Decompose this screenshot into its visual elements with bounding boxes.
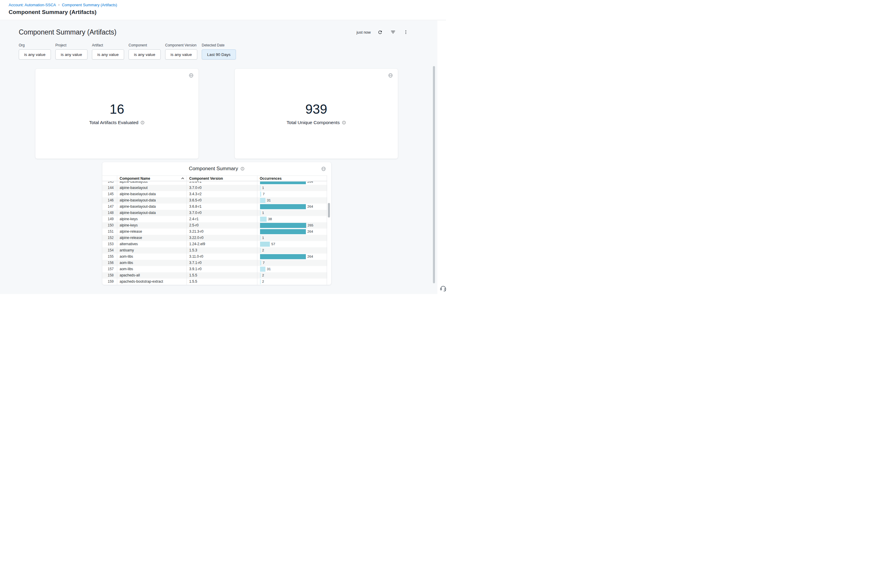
component-name-cell: apacheds-bootstrap-extract — [117, 279, 187, 285]
table-header: Component Name Component Version Occurre… — [102, 176, 327, 181]
occurrence-value: 2 — [262, 279, 264, 285]
row-index: 150 — [102, 222, 117, 228]
row-index: 145 — [102, 191, 117, 197]
tile-total-artifacts-evaluated: 16 Total Artifacts Evaluated — [35, 69, 198, 159]
page: Account: Automation-SSCA › Component Sum… — [0, 0, 446, 294]
occurrence-bar — [260, 223, 306, 228]
page-title: Component Summary (Artifacts) — [9, 9, 446, 15]
filter-label: Component — [129, 43, 161, 47]
occurrence-value: 264 — [307, 254, 313, 260]
table-row[interactable]: 145alpine-baselayout-data3.4.3-r27 — [102, 191, 327, 197]
occurrence-value: 1 — [262, 210, 264, 216]
occurrence-bar — [260, 182, 306, 184]
occurrences-cell: 264 — [257, 204, 327, 210]
breadcrumb-account-link[interactable]: Account: Automation-SSCA — [9, 3, 56, 7]
component-version-cell: 1.5.5 — [187, 279, 257, 285]
occurrence-value: 2 — [262, 247, 264, 254]
refresh-icon — [378, 30, 382, 35]
table-scrollbar-thumb[interactable] — [328, 203, 330, 218]
component-name-cell: alpine-baselayout-data — [117, 197, 187, 204]
tile-label-row: Total Artifacts Evaluated — [89, 120, 145, 125]
filter-value-button-project[interactable]: is any value — [55, 50, 87, 60]
dashboard-title: Component Summary (Artifacts) — [19, 28, 116, 36]
table-row[interactable]: 144alpine-baselayout3.7.0-r01 — [102, 185, 327, 191]
table-row[interactable]: 148alpine-baselayout-data3.7.0-r01 — [102, 210, 327, 216]
occurrence-value: 31 — [267, 266, 271, 272]
table-row[interactable]: 152alpine-release3.22.0-r01 — [102, 235, 327, 241]
table-row[interactable]: 157aom-libs3.9.1-r031 — [102, 266, 327, 272]
table-row[interactable]: 143alpine-baselayout3.6.8-r1264 — [102, 182, 327, 185]
occurrence-bar — [260, 217, 267, 222]
table-title: Component Summary — [189, 166, 238, 172]
filter-group-project: Projectis any value — [55, 43, 87, 60]
occurrence-value: 57 — [271, 241, 275, 247]
table-row[interactable]: 155aom-libs3.11.0-r0264 — [102, 254, 327, 260]
headset-help-icon[interactable] — [439, 285, 446, 293]
tile-globe-button[interactable] — [387, 72, 394, 79]
breadcrumb-page-link[interactable]: Component Summary (Artifacts) — [62, 3, 117, 7]
table-row[interactable]: 154antisamy1.5.32 — [102, 247, 327, 254]
table-row[interactable]: 151alpine-release3.21.3-r0264 — [102, 228, 327, 235]
tile-label: Total Unique Components — [286, 120, 339, 125]
component-name-cell: alpine-keys — [117, 216, 187, 222]
info-icon[interactable] — [141, 120, 145, 124]
info-icon[interactable] — [240, 166, 244, 171]
component-version-cell: 3.22.0-r0 — [187, 235, 257, 241]
component-version-cell: 2.5-r0 — [187, 222, 257, 228]
table-row[interactable]: 159apacheds-bootstrap-extract1.5.52 — [102, 279, 327, 285]
table-row[interactable]: 147alpine-baselayout-data3.6.8-r1264 — [102, 204, 327, 210]
table-row[interactable]: 150alpine-keys2.5-r0265 — [102, 222, 327, 228]
info-icon[interactable] — [342, 120, 346, 124]
filter-value-button-org[interactable]: is any value — [19, 50, 51, 60]
column-header-component-version[interactable]: Component Version — [187, 176, 257, 181]
component-name-cell: aom-libs — [117, 254, 187, 260]
filter-label: Artifact — [92, 43, 124, 47]
column-header-component-name[interactable]: Component Name — [117, 176, 187, 181]
filter-value-button-detected-date[interactable]: Last 90 Days — [202, 50, 236, 60]
table-row[interactable]: 158apacheds-all1.5.52 — [102, 272, 327, 279]
filter-group-artifact: Artifactis any value — [92, 43, 124, 60]
breadcrumb: Account: Automation-SSCA › Component Sum… — [9, 3, 446, 7]
column-header-label: Occurrences — [260, 176, 282, 181]
filter-value-button-artifact[interactable]: is any value — [92, 50, 124, 60]
row-index: 143 — [102, 182, 117, 185]
occurrence-value: 2 — [262, 272, 264, 279]
filter-toggle-button[interactable] — [390, 28, 397, 36]
right-gutter — [437, 21, 446, 294]
table-row[interactable]: 149alpine-keys2.4-r138 — [102, 216, 327, 222]
page-scrollbar-thumb[interactable] — [433, 66, 435, 283]
component-name-cell: aom-libs — [117, 260, 187, 266]
row-index: 153 — [102, 241, 117, 247]
component-version-cell: 2.4-r1 — [187, 216, 257, 222]
occurrences-cell: 31 — [257, 266, 327, 272]
occurrence-value: 264 — [307, 182, 313, 185]
occurrence-bar — [260, 273, 261, 278]
tile-globe-button[interactable] — [188, 72, 195, 79]
occurrence-value: 7 — [263, 260, 264, 266]
occurrences-cell: 265 — [257, 222, 327, 228]
row-index: 157 — [102, 266, 117, 272]
table-row[interactable]: 156aom-libs3.7.1-r07 — [102, 260, 327, 266]
occurrences-cell: 264 — [257, 182, 327, 185]
breadcrumb-chevron-icon: › — [58, 3, 60, 7]
tile-label: Total Artifacts Evaluated — [89, 120, 138, 125]
column-header-occurrences[interactable]: Occurrences — [257, 176, 327, 181]
occurrence-bar — [260, 204, 306, 209]
filter-value-button-component[interactable]: is any value — [129, 50, 161, 60]
dashboard-menu-button[interactable] — [403, 29, 409, 35]
refresh-button[interactable] — [377, 29, 384, 36]
row-index: 147 — [102, 204, 117, 210]
occurrence-bar — [260, 198, 265, 203]
component-version-cell: 3.7.0-r0 — [187, 185, 257, 191]
table-row[interactable]: 153alternatives1.24-2.el957 — [102, 241, 327, 247]
row-index: 156 — [102, 260, 117, 266]
filter-value-button-component-version[interactable]: is any value — [165, 50, 197, 60]
component-summary-card: Component Summary Component Name Compone… — [102, 162, 331, 285]
row-index: 144 — [102, 185, 117, 191]
row-index: 149 — [102, 216, 117, 222]
tile-total-unique-components: 939 Total Unique Components — [235, 69, 398, 159]
component-name-cell: alpine-baselayout-data — [117, 210, 187, 216]
dashboard-header: Component Summary (Artifacts) just now — [19, 28, 409, 37]
row-index: 151 — [102, 228, 117, 235]
table-row[interactable]: 146alpine-baselayout-data3.6.5-r031 — [102, 197, 327, 204]
